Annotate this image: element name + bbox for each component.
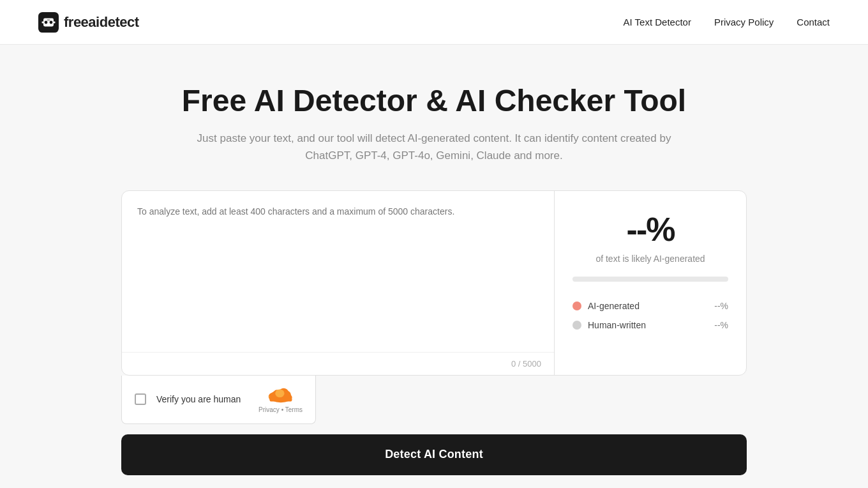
- ai-dot-icon: [572, 301, 581, 310]
- legend-ai: AI-generated --%: [572, 301, 728, 311]
- svg-rect-11: [269, 397, 292, 401]
- nav-ai-text-detector[interactable]: AI Text Detector: [624, 17, 691, 27]
- detect-button[interactable]: Detect AI Content: [121, 434, 747, 475]
- cf-verify-text: Verify you are human: [156, 394, 248, 404]
- main-nav: AI Text Detector Privacy Policy Contact: [624, 17, 830, 27]
- header: freeaidetect AI Text Detector Privacy Po…: [0, 0, 868, 45]
- svg-point-10: [275, 389, 284, 397]
- svg-rect-5: [42, 21, 43, 23]
- hero-subtitle: Just paste your text, and our tool will …: [191, 130, 677, 164]
- tool-container: 0 / 5000 --% of text is likely AI-genera…: [121, 190, 747, 376]
- svg-point-3: [50, 20, 53, 24]
- logo-text: freeaidetect: [64, 14, 139, 31]
- results-panel: --% of text is likely AI-generated AI-ge…: [555, 191, 746, 375]
- svg-rect-4: [47, 19, 50, 20]
- logo[interactable]: freeaidetect: [38, 12, 139, 33]
- nav-privacy-policy[interactable]: Privacy Policy: [714, 17, 774, 27]
- ai-generated-value: --%: [714, 301, 728, 311]
- cf-privacy-terms: Privacy • Terms: [258, 406, 303, 413]
- ai-generated-label: AI-generated: [588, 301, 640, 311]
- char-count: 0 / 5000: [122, 352, 554, 375]
- hero-title: Free AI Detector & AI Checker Tool: [182, 83, 686, 118]
- legend-human: Human-written --%: [572, 320, 728, 330]
- bottom-section: Verify you are human Privacy • Terms: [121, 376, 747, 424]
- human-written-value: --%: [714, 320, 728, 330]
- cf-checkbox[interactable]: [135, 393, 146, 405]
- human-written-label: Human-written: [588, 320, 646, 330]
- text-input[interactable]: [122, 191, 554, 352]
- cf-logo-area: Privacy • Terms: [258, 386, 303, 413]
- logo-icon: [38, 12, 59, 33]
- svg-rect-6: [54, 21, 55, 23]
- legend: AI-generated --% Human-written --%: [572, 301, 728, 330]
- percentage-display: --%: [627, 210, 675, 248]
- svg-point-2: [45, 20, 48, 24]
- main-content: Free AI Detector & AI Checker Tool Just …: [0, 45, 868, 488]
- likely-label: of text is likely AI-generated: [595, 254, 705, 264]
- cloudflare-widget: Verify you are human Privacy • Terms: [121, 376, 316, 424]
- progress-bar: [572, 277, 728, 282]
- human-dot-icon: [572, 321, 581, 330]
- nav-contact[interactable]: Contact: [797, 17, 830, 27]
- cloudflare-logo-icon: [266, 386, 296, 405]
- text-input-panel: 0 / 5000: [122, 191, 555, 375]
